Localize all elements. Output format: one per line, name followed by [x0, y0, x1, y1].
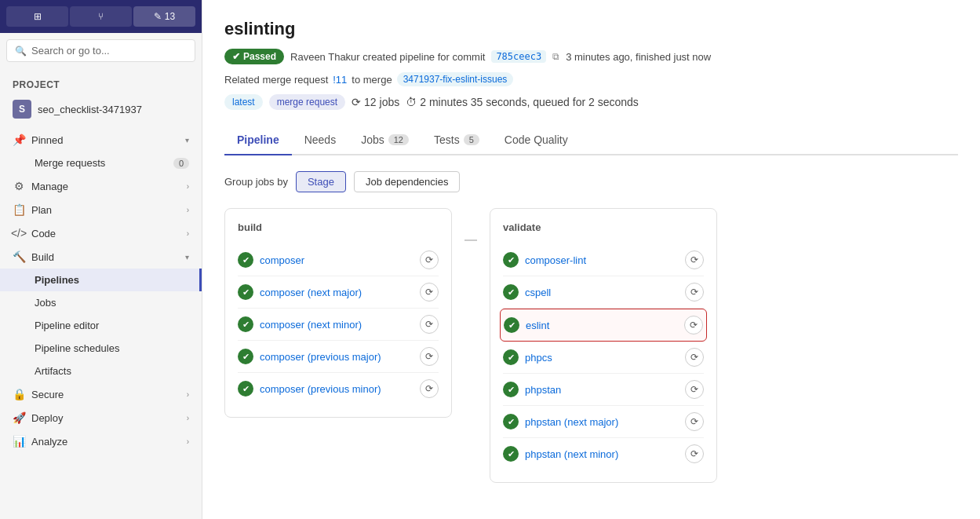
job-status-passed: ✔ [503, 446, 519, 462]
analyze-icon: 📊 [13, 435, 25, 448]
sidebar-item-analyze[interactable]: 📊 Analyze › [0, 429, 202, 453]
tab-label: Code Quality [505, 133, 568, 146]
tab-tests[interactable]: Tests 5 [421, 126, 492, 155]
job-name[interactable]: phpcs [525, 352, 552, 364]
merge-text: to merge [352, 74, 392, 86]
sidebar-item-pinned[interactable]: 📌 Pinned ▾ [0, 128, 202, 152]
stage-connector [464, 208, 477, 241]
main-content: eslinting ✔ Passed Raveen Thakur created… [202, 0, 980, 519]
code-icon: </> [13, 227, 25, 239]
retry-button[interactable]: ⟳ [420, 315, 439, 334]
author-text: Raveen Thakur created pipeline for commi… [290, 51, 485, 63]
tab-jobs[interactable]: Jobs 12 [348, 126, 421, 155]
page-title: eslinting [224, 19, 958, 39]
sidebar-item-manage[interactable]: ⚙ Manage › [0, 174, 202, 198]
tab-label: Tests [434, 133, 460, 146]
secure-icon: 🔒 [13, 388, 25, 400]
retry-button[interactable]: ⟳ [420, 347, 439, 366]
jobs-count: 12 jobs [364, 96, 399, 108]
job-composer: ✔ composer ⟳ [238, 244, 439, 276]
tab-pipeline[interactable]: Pipeline [224, 126, 292, 155]
sidebar-item-artifacts[interactable]: Artifacts [0, 360, 202, 382]
duration-info: ⏱ 2 minutes 35 seconds, queued for 2 sec… [406, 96, 639, 108]
job-dependencies-button[interactable]: Job dependencies [354, 171, 461, 192]
retry-button[interactable]: ⟳ [684, 316, 703, 334]
sidebar-item-pipeline-editor[interactable]: Pipeline editor [0, 314, 202, 337]
merge-button[interactable]: ⑂ [70, 6, 132, 27]
sidebar-item-label: Manage [31, 181, 68, 192]
job-status-passed: ✔ [503, 382, 519, 397]
sidebar-nav: 📌 Pinned ▾ Merge requests 0 ⚙ Manage › 📋… [0, 128, 202, 453]
tab-label: Jobs [361, 133, 384, 146]
job-name[interactable]: composer (previous minor) [260, 383, 381, 395]
retry-button[interactable]: ⟳ [685, 380, 704, 399]
merge-request-link[interactable]: !11 [333, 74, 347, 86]
search-bar[interactable]: 🔍 Search or go to... [6, 39, 195, 62]
sidebar-item-label: Pipeline editor [35, 320, 99, 331]
job-name[interactable]: phpstan (next major) [525, 416, 618, 428]
tags-row: latest merge request ⟳ 12 jobs ⏱ 2 minut… [224, 94, 958, 110]
retry-button[interactable]: ⟳ [685, 250, 704, 269]
sidebar-item-jobs[interactable]: Jobs [0, 291, 202, 314]
job-status-passed: ✔ [238, 252, 253, 268]
job-name[interactable]: composer (previous major) [260, 351, 381, 363]
job-name[interactable]: composer (next minor) [260, 319, 362, 331]
retry-button[interactable]: ⟳ [685, 283, 704, 302]
tag-merge-request: merge request [269, 94, 345, 110]
job-name[interactable]: composer-lint [525, 254, 586, 266]
job-name[interactable]: composer (next major) [260, 287, 362, 298]
passed-label: Passed [243, 51, 276, 62]
job-composer-next-minor: ✔ composer (next minor) ⟳ [238, 309, 439, 341]
edit-button[interactable]: ✎ 13 [133, 6, 195, 27]
sidebar-item-secure[interactable]: 🔒 Secure › [0, 382, 202, 406]
group-jobs-row: Group jobs by Stage Job dependencies [224, 171, 958, 192]
retry-button[interactable]: ⟳ [685, 444, 704, 463]
sidebar-item-label: Plan [31, 204, 52, 216]
retry-button[interactable]: ⟳ [685, 348, 704, 367]
job-status-passed: ✔ [503, 284, 519, 300]
job-name[interactable]: eslint [526, 320, 549, 331]
sidebar-item-build[interactable]: 🔨 Build ▾ [0, 245, 202, 269]
stage-button[interactable]: Stage [296, 171, 346, 192]
sidebar-item-plan[interactable]: 📋 Plan › [0, 198, 202, 221]
chevron-right-icon: › [187, 182, 189, 191]
sidebar-item-label: Secure [31, 389, 64, 400]
retry-button[interactable]: ⟳ [685, 412, 704, 431]
job-status-passed: ✔ [503, 349, 519, 365]
job-phpstan: ✔ phpstan ⟳ [503, 374, 704, 406]
validate-stage-title: validate [503, 221, 704, 233]
project-label: Project [13, 79, 60, 90]
search-placeholder: Search or go to... [31, 45, 110, 57]
job-name[interactable]: phpstan (next minor) [525, 448, 618, 460]
job-name[interactable]: cspell [525, 287, 551, 298]
job-composer-next-major: ✔ composer (next major) ⟳ [238, 276, 439, 309]
sidebar-item-pipeline-schedules[interactable]: Pipeline schedules [0, 337, 202, 360]
plan-icon: 📋 [13, 203, 25, 216]
sidebar-item-deploy[interactable]: 🚀 Deploy › [0, 406, 202, 429]
job-status-passed: ✔ [238, 316, 253, 332]
tab-code-quality[interactable]: Code Quality [492, 126, 581, 155]
sidebar-item-label: Deploy [31, 412, 63, 424]
sidebar-item-pipelines[interactable]: Pipelines [0, 269, 202, 291]
retry-button[interactable]: ⟳ [420, 250, 439, 269]
sidebar-item-label: Jobs [35, 297, 56, 309]
sidebar-item-merge-requests[interactable]: Merge requests 0 [0, 152, 202, 174]
retry-button[interactable]: ⟳ [420, 283, 439, 302]
retry-button[interactable]: ⟳ [420, 379, 439, 398]
job-status-passed: ✔ [503, 414, 519, 429]
grid-button[interactable]: ⊞ [6, 6, 68, 27]
clock-icon: ⏱ [406, 96, 417, 108]
job-name[interactable]: phpstan [525, 384, 561, 396]
tab-needs[interactable]: Needs [292, 126, 348, 155]
pinned-sub-items: Merge requests 0 [0, 152, 202, 174]
sidebar-item-code[interactable]: </> Code › [0, 221, 202, 245]
job-name[interactable]: composer [260, 254, 304, 266]
project-name-row[interactable]: S seo_checklist-3471937 [0, 93, 202, 125]
chevron-right-icon: › [187, 229, 189, 238]
search-icon: 🔍 [15, 46, 27, 57]
build-sub-items: Pipelines Jobs Pipeline editor Pipeline … [0, 269, 202, 382]
sidebar-item-label: Code [31, 228, 56, 239]
copy-icon[interactable]: ⧉ [552, 51, 559, 62]
merge-row: Related merge request !11 to merge 34719… [224, 72, 958, 86]
sidebar-item-label: Build [31, 251, 54, 263]
